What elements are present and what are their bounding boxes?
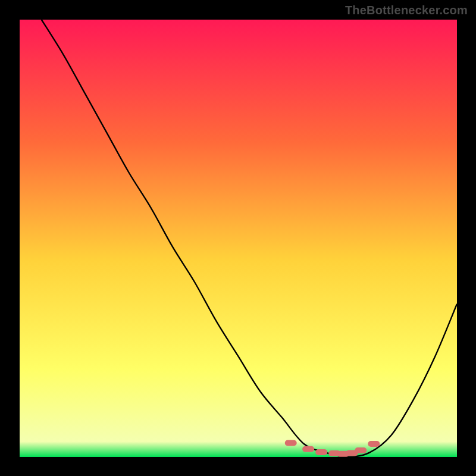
chart-svg [20,20,457,457]
gradient-background [20,20,457,457]
optimal-marker [368,441,380,447]
attribution-text: TheBottlenecker.com [345,4,468,17]
chart-stage: TheBottlenecker.com [0,0,476,476]
optimal-marker [315,449,327,455]
plot-area [20,20,457,457]
optimal-marker [285,440,297,446]
optimal-marker [355,447,367,453]
optimal-marker [302,446,314,452]
